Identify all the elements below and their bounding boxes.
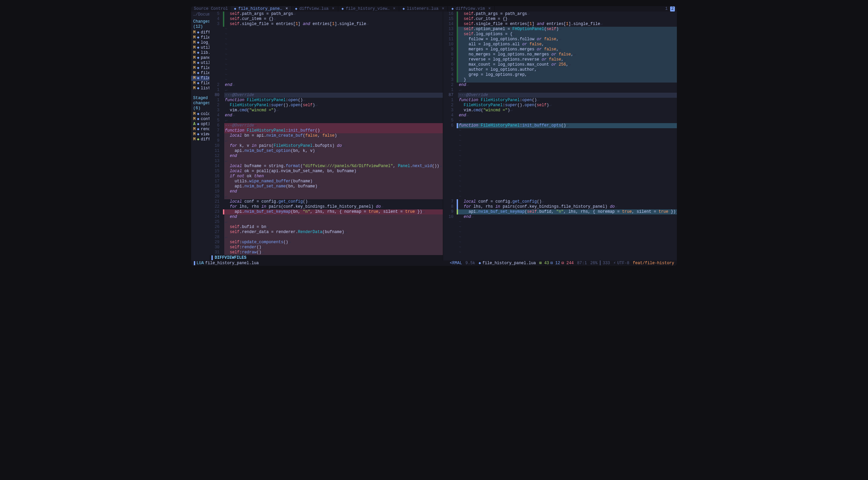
code-line[interactable]: 2end↵ <box>209 83 443 88</box>
file-row[interactable]: M◆file_panel.lua 6, 25 lua/diff <box>191 66 209 71</box>
source-control-sidebar[interactable]: …/Documents/git/diffview.nvim Changes (1… <box>191 12 209 260</box>
code-line[interactable]: 11 follow = log_options.follow or false,… <box>443 37 677 42</box>
code-line[interactable]: 6---@Override↵ <box>209 123 443 128</box>
code-line[interactable]: 24 end↵ <box>209 214 443 220</box>
code-line[interactable]: ~ <box>443 179 677 184</box>
code-line[interactable]: 2 FileHistoryPanel:super().open(self)↵ <box>209 103 443 108</box>
code-line[interactable]: ~ <box>443 230 677 235</box>
tab-1[interactable]: ◆diffview.lua× <box>292 6 338 12</box>
code-line[interactable]: ~ <box>443 245 677 250</box>
code-line[interactable]: ~ <box>443 143 677 148</box>
code-line[interactable]: 9 merges = log_options.merges or false,↵ <box>443 47 677 52</box>
tab-2[interactable]: ◆file_history_view…× <box>338 6 399 12</box>
close-icon[interactable]: × <box>285 6 288 12</box>
code-line[interactable]: ~ <box>443 138 677 143</box>
code-line[interactable]: 5 self.path_args = path_args↵ <box>209 12 443 17</box>
code-line[interactable]: 7function FileHistoryPanel:init_buffer()… <box>209 128 443 133</box>
tab-4[interactable]: ◆diffview.vim× <box>448 6 494 12</box>
code-line[interactable]: 87---@Override↵ <box>443 93 677 98</box>
code-line[interactable]: ~ <box>443 159 677 164</box>
code-line[interactable]: ~ <box>443 194 677 199</box>
code-line[interactable]: ~ <box>443 250 677 255</box>
close-icon[interactable]: × <box>393 6 395 12</box>
code-line[interactable]: 2 FileHistoryPanel:super().open(self)↵ <box>443 103 677 108</box>
code-line[interactable]: 80---@Override↵ <box>209 93 443 98</box>
code-line[interactable]: 20↵ <box>209 194 443 199</box>
code-line[interactable]: 14 self.single_file = entries[1] and ent… <box>443 22 677 27</box>
tab-0[interactable]: ◆file_history_pane…× <box>231 6 292 12</box>
code-line[interactable]: 4end↵ <box>209 113 443 118</box>
file-row[interactable]: M◆diffview.lua 4, 4 lua <box>191 30 209 35</box>
file-row[interactable]: M◆render.lua 293, 0 lua/diffvie <box>191 127 209 132</box>
code-line[interactable]: 13 self.option_panel = FHOptionPanel(sel… <box>443 27 677 32</box>
close-icon[interactable]: × <box>488 6 490 12</box>
file-row[interactable]: M◆lib.lua 2, 1 lua/diffview <box>191 50 209 55</box>
code-line[interactable]: 7 local conf = config.get_config()↵ <box>443 199 677 204</box>
code-line[interactable]: ~ <box>209 37 443 42</box>
code-line[interactable]: 23 api.nvim_buf_set_keymap(bn, "n", lhs,… <box>209 209 443 214</box>
code-line[interactable]: 10 all = log_options.all or false,↵ <box>443 42 677 47</box>
code-line[interactable]: ~ <box>443 220 677 225</box>
code-line[interactable]: ~ <box>209 67 443 72</box>
code-line[interactable]: 18 api.nvim_buf_set_name(bn, bufname)↵ <box>209 184 443 189</box>
code-line[interactable]: 1↵ <box>443 88 677 93</box>
file-row[interactable]: M◆listeners.lua 33, 1 lua/diffv <box>191 86 209 91</box>
code-line[interactable]: ~ <box>209 47 443 52</box>
code-line[interactable]: 1function FileHistoryPanel:open()↵ <box>209 98 443 103</box>
file-row[interactable]: M◆file_entry.lua 29, 29 lua/dif <box>191 71 209 76</box>
code-line[interactable]: ~ <box>443 133 677 138</box>
code-line[interactable]: ~ <box>443 189 677 194</box>
close-icon[interactable]: × <box>332 6 334 12</box>
code-line[interactable]: 6function FileHistoryPanel:init_buffer_o… <box>443 123 677 128</box>
file-row[interactable]: M◆file_history_panel.lua 55, 25 <box>191 76 209 81</box>
code-line[interactable]: 30 self:render()↵ <box>209 245 443 250</box>
code-line[interactable]: 16 if not ok then↵ <box>209 174 443 179</box>
code-line[interactable]: 5↵ <box>209 118 443 123</box>
code-line[interactable]: 5↵ <box>443 118 677 123</box>
changes-header[interactable]: Changes (12) <box>191 18 209 30</box>
file-row[interactable]: M◆utils.lua 37, 16 lua/diffview <box>191 45 209 50</box>
code-line[interactable]: ~ <box>443 148 677 154</box>
code-line[interactable]: ~ <box>443 164 677 169</box>
code-line[interactable]: 4 grep = log_options.grep,↵ <box>443 72 677 77</box>
code-line[interactable]: ~ <box>209 27 443 32</box>
code-line[interactable]: 12 end↵ <box>209 154 443 159</box>
code-line[interactable]: ~ <box>443 154 677 159</box>
code-line[interactable]: 8 for lhs, rhs in pairs(conf.key_binding… <box>443 204 677 209</box>
file-row[interactable]: M◆panel.lua 31, 9 lua/diffview/ <box>191 55 209 61</box>
code-line[interactable]: ~ <box>443 235 677 240</box>
code-line[interactable]: 4 self.cur_item = {}↵ <box>209 17 443 22</box>
code-line[interactable]: 16 self.path_args = path_args↵ <box>443 12 677 17</box>
code-line[interactable]: 9 api.nvim_buf_set_keymap(self.bufid, "n… <box>443 209 677 214</box>
code-line[interactable]: ~ <box>209 72 443 77</box>
code-line[interactable]: 8 no_merges = log_options.no_merges or f… <box>443 52 677 57</box>
code-line[interactable]: 22 for lhs, rhs in pairs(conf.key_bindin… <box>209 204 443 209</box>
diff-pane-new[interactable]: 16 self.path_args = path_args↵15 self.cu… <box>443 12 677 260</box>
file-row[interactable]: M◆diffview.vim 5, 4 plugin <box>191 137 209 142</box>
code-line[interactable]: ~ <box>209 52 443 57</box>
code-line[interactable]: 31 self:redraw()↵ <box>209 250 443 255</box>
code-line[interactable]: 8 local bn = api.nvim_create_buf(false, … <box>209 133 443 138</box>
code-line[interactable]: 9↵ <box>209 138 443 143</box>
code-line[interactable]: ~ <box>443 174 677 179</box>
code-line[interactable]: 13↵ <box>209 159 443 164</box>
code-line[interactable]: ~ <box>209 32 443 37</box>
code-line[interactable]: 28↵ <box>209 235 443 240</box>
code-line[interactable]: 25↵ <box>209 220 443 225</box>
code-line[interactable]: 11 api.nvim_buf_set_option(bn, k, v)↵ <box>209 148 443 154</box>
code-line[interactable]: 7 reverse = log_options.reverse or false… <box>443 57 677 62</box>
code-line[interactable]: ~ <box>209 62 443 67</box>
file-row[interactable]: M◆utils.lua 99, 0 lua/diffview <box>191 61 209 66</box>
code-line[interactable]: ~ <box>209 42 443 47</box>
file-row[interactable]: A◆option_panel.lua 168, 0 lua/d <box>191 122 209 127</box>
code-line[interactable]: 3 }↵ <box>443 77 677 83</box>
code-line[interactable]: 19 end↵ <box>209 189 443 194</box>
code-line[interactable]: ~ <box>443 128 677 133</box>
file-row[interactable]: M◆colors.lua 1, 0 lua/diffview <box>191 112 209 117</box>
code-line[interactable]: 15 self.cur_item = {}↵ <box>443 17 677 22</box>
file-row[interactable]: M◆config.lua 52, 39 lua/diffvie <box>191 117 209 122</box>
file-row[interactable]: M◆view.lua 8, 4 lua/diffview/vi <box>191 132 209 137</box>
code-line[interactable]: 3 vim.cmd("wincmd =")↵ <box>443 108 677 113</box>
code-line[interactable]: ~ <box>443 240 677 245</box>
code-line[interactable]: 27 self.render_data = renderer.RenderDat… <box>209 230 443 235</box>
